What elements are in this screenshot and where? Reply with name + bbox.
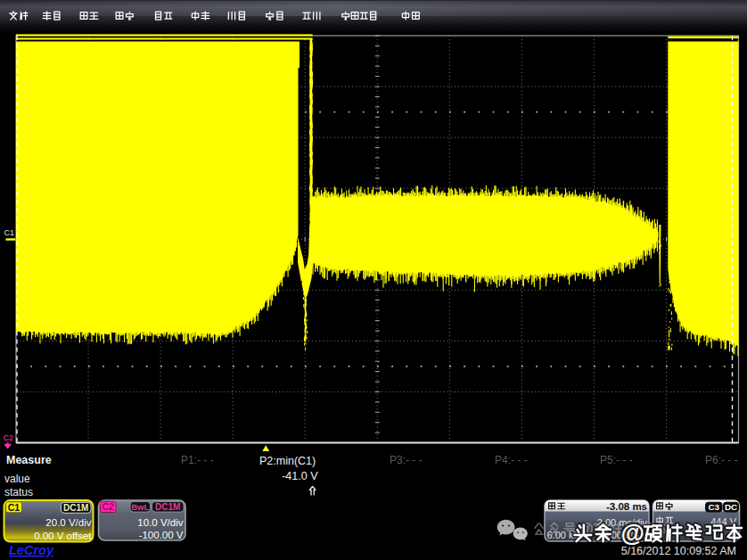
svg-text:Measure: Measure	[6, 454, 52, 466]
svg-text:P4:- - -: P4:- - -	[495, 454, 528, 466]
svg-text:C2: C2	[4, 433, 14, 442]
svg-text:LeCroy: LeCroy	[9, 543, 54, 557]
svg-text:P3:- - -: P3:- - -	[390, 454, 423, 466]
svg-text:-41.0 V: -41.0 V	[282, 470, 318, 482]
svg-text:-3.08 ms: -3.08 ms	[606, 501, 647, 512]
svg-text:0.00 V offset: 0.00 V offset	[34, 531, 92, 541]
svg-text:DC1M: DC1M	[63, 503, 88, 513]
svg-text:C1: C1	[8, 502, 21, 513]
svg-text:value: value	[4, 473, 30, 485]
svg-text:P2:min(C1): P2:min(C1)	[259, 455, 316, 467]
svg-text:10.0 V/div: 10.0 V/div	[137, 517, 183, 528]
svg-text:C2: C2	[102, 501, 114, 512]
svg-text:status: status	[4, 486, 33, 498]
svg-text:C3: C3	[708, 502, 719, 512]
svg-text:P5:- - -: P5:- - -	[600, 454, 633, 466]
svg-text:P6:- - -: P6:- - -	[705, 454, 738, 466]
svg-text:DC1M: DC1M	[155, 502, 180, 512]
svg-text:-100.00 V: -100.00 V	[139, 530, 184, 540]
svg-text:@: @	[621, 520, 644, 547]
svg-text:C1: C1	[4, 228, 15, 237]
svg-text:20.0 V/div: 20.0 V/div	[45, 517, 91, 528]
svg-text:BwL: BwL	[131, 502, 149, 512]
svg-text:P1:- - -: P1:- - -	[181, 454, 214, 466]
svg-text:5/16/2012 10:09:52 AM: 5/16/2012 10:09:52 AM	[621, 545, 736, 557]
svg-text:DC: DC	[725, 502, 737, 512]
